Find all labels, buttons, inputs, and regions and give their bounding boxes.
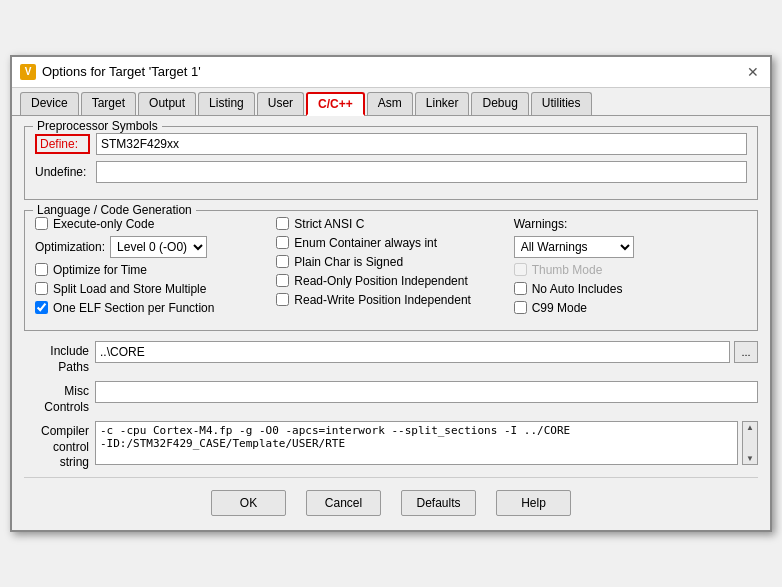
tab-user[interactable]: User	[257, 92, 304, 115]
preprocessor-group: Preprocessor Symbols Define: Undefine:	[24, 126, 758, 200]
optimize-time-checkbox[interactable]	[35, 263, 48, 276]
warnings-label: Warnings:	[514, 217, 743, 231]
include-paths-browse-btn[interactable]: ...	[734, 341, 758, 363]
thumb-mode-checkbox[interactable]	[514, 263, 527, 276]
language-grid: Execute-only Code Optimization: Level 0 …	[35, 217, 747, 320]
defaults-button[interactable]: Defaults	[401, 490, 476, 516]
execute-only-row: Execute-only Code	[35, 217, 268, 231]
enum-container-checkbox[interactable]	[276, 236, 289, 249]
readonly-pos-row: Read-Only Position Independent	[276, 274, 505, 288]
tab-target[interactable]: Target	[81, 92, 136, 115]
language-group: Language / Code Generation Execute-only …	[24, 210, 758, 331]
tab-device[interactable]: Device	[20, 92, 79, 115]
readwrite-pos-checkbox[interactable]	[276, 293, 289, 306]
optimization-label: Optimization:	[35, 240, 105, 254]
split-load-label: Split Load and Store Multiple	[53, 282, 206, 296]
close-button[interactable]: ✕	[744, 63, 762, 81]
button-row: OK Cancel Defaults Help	[24, 482, 758, 520]
tab-cpp[interactable]: C/C++	[306, 92, 365, 116]
include-paths-row: Include Paths ...	[24, 341, 758, 375]
strict-ansi-row: Strict ANSI C	[276, 217, 505, 231]
thumb-mode-label: Thumb Mode	[532, 263, 603, 277]
optimization-select[interactable]: Level 0 (-O0) Level 1 (-O1) Level 2 (-O2…	[110, 236, 207, 258]
lang-col-2: Strict ANSI C Enum Container always int …	[272, 217, 509, 320]
app-icon: V	[20, 64, 36, 80]
define-row: Define:	[35, 133, 747, 155]
optimize-time-label: Optimize for Time	[53, 263, 147, 277]
optimize-time-row: Optimize for Time	[35, 263, 268, 277]
tab-debug[interactable]: Debug	[471, 92, 528, 115]
title-bar: V Options for Target 'Target 1' ✕	[12, 57, 770, 88]
execute-only-label: Execute-only Code	[53, 217, 154, 231]
readwrite-pos-label: Read-Write Position Independent	[294, 293, 471, 307]
compiler-control-textarea[interactable]: -c -cpu Cortex-M4.fp -g -O0 -apcs=interw…	[95, 421, 738, 465]
c99-mode-row: C99 Mode	[514, 301, 743, 315]
cancel-button[interactable]: Cancel	[306, 490, 381, 516]
compiler-control-input-wrap: -c -cpu Cortex-M4.fp -g -O0 -apcs=interw…	[95, 421, 758, 465]
undefine-row: Undefine:	[35, 161, 747, 183]
define-input[interactable]	[96, 133, 747, 155]
split-load-row: Split Load and Store Multiple	[35, 282, 268, 296]
plain-char-label: Plain Char is Signed	[294, 255, 403, 269]
no-auto-includes-label: No Auto Includes	[532, 282, 623, 296]
split-load-checkbox[interactable]	[35, 282, 48, 295]
dialog-title: Options for Target 'Target 1'	[42, 64, 201, 79]
define-label: Define:	[35, 134, 90, 154]
ok-button[interactable]: OK	[211, 490, 286, 516]
lang-col-1: Execute-only Code Optimization: Level 0 …	[35, 217, 272, 320]
plain-char-checkbox[interactable]	[276, 255, 289, 268]
no-auto-includes-row: No Auto Includes	[514, 282, 743, 296]
tab-listing[interactable]: Listing	[198, 92, 255, 115]
c99-mode-checkbox[interactable]	[514, 301, 527, 314]
tab-bar: Device Target Output Listing User C/C++ …	[12, 88, 770, 116]
tab-output[interactable]: Output	[138, 92, 196, 115]
one-elf-row: One ELF Section per Function	[35, 301, 268, 315]
enum-container-row: Enum Container always int	[276, 236, 505, 250]
include-paths-label: Include Paths	[24, 341, 89, 375]
no-auto-includes-checkbox[interactable]	[514, 282, 527, 295]
misc-controls-input[interactable]	[95, 381, 758, 403]
warnings-select[interactable]: All Warnings No Warnings Unspecified	[514, 236, 634, 258]
undefine-input[interactable]	[96, 161, 747, 183]
one-elf-label: One ELF Section per Function	[53, 301, 214, 315]
readonly-pos-label: Read-Only Position Independent	[294, 274, 467, 288]
misc-controls-input-wrap	[95, 381, 758, 403]
compiler-control-row: Compiler control string -c -cpu Cortex-M…	[24, 421, 758, 471]
readonly-pos-checkbox[interactable]	[276, 274, 289, 287]
undefine-label: Undefine:	[35, 165, 90, 179]
optimization-row: Optimization: Level 0 (-O0) Level 1 (-O1…	[35, 236, 268, 258]
scroll-down-arrow[interactable]: ▼	[743, 453, 757, 464]
one-elf-checkbox[interactable]	[35, 301, 48, 314]
help-button[interactable]: Help	[496, 490, 571, 516]
preprocessor-group-label: Preprocessor Symbols	[33, 119, 162, 133]
bottom-divider	[24, 477, 758, 478]
scroll-up-arrow[interactable]: ▲	[743, 422, 757, 433]
plain-char-row: Plain Char is Signed	[276, 255, 505, 269]
readwrite-pos-row: Read-Write Position Independent	[276, 293, 505, 307]
include-paths-input[interactable]	[95, 341, 730, 363]
lang-col-3: Warnings: All Warnings No Warnings Unspe…	[510, 217, 747, 320]
misc-controls-row: Misc Controls	[24, 381, 758, 415]
compiler-control-label: Compiler control string	[24, 421, 89, 471]
tab-asm[interactable]: Asm	[367, 92, 413, 115]
dialog-content: Preprocessor Symbols Define: Undefine: L…	[12, 116, 770, 530]
strict-ansi-label: Strict ANSI C	[294, 217, 364, 231]
language-group-label: Language / Code Generation	[33, 203, 196, 217]
compiler-control-scrollbar[interactable]: ▲ ▼	[742, 421, 758, 465]
c99-mode-label: C99 Mode	[532, 301, 587, 315]
enum-container-label: Enum Container always int	[294, 236, 437, 250]
title-bar-left: V Options for Target 'Target 1'	[20, 64, 201, 80]
options-dialog: V Options for Target 'Target 1' ✕ Device…	[10, 55, 772, 532]
execute-only-checkbox[interactable]	[35, 217, 48, 230]
include-paths-input-wrap: ...	[95, 341, 758, 363]
misc-controls-label: Misc Controls	[24, 381, 89, 415]
tab-utilities[interactable]: Utilities	[531, 92, 592, 115]
thumb-mode-row: Thumb Mode	[514, 263, 743, 277]
strict-ansi-checkbox[interactable]	[276, 217, 289, 230]
tab-linker[interactable]: Linker	[415, 92, 470, 115]
